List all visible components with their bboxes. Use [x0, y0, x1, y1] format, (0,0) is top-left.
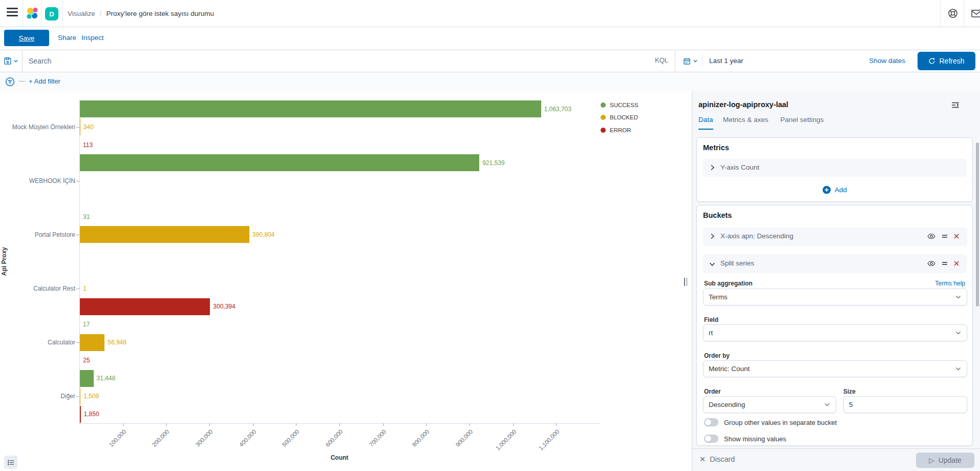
show-missing-label: Show missing values — [724, 435, 786, 443]
drag-handle-icon[interactable] — [941, 232, 949, 240]
plus-circle-icon — [822, 186, 831, 194]
filter-icon[interactable] — [5, 77, 15, 87]
bucket-xaxis-label: X-axis apn: Descending — [720, 232, 794, 240]
y-tick-mark — [76, 342, 79, 343]
collapse-panel-icon[interactable] — [951, 100, 960, 110]
share-button[interactable]: Share — [58, 34, 76, 42]
chevron-down-icon — [824, 401, 830, 408]
legend-toggle-button[interactable] — [4, 456, 17, 469]
tab-data[interactable]: Data — [698, 116, 713, 130]
space-avatar[interactable]: D — [45, 7, 58, 21]
query-bar: KQL Last 1 year Show dates Refresh — [0, 50, 980, 72]
inspect-button[interactable]: Inspect — [81, 34, 104, 42]
bar-value-label: 1,850 — [84, 411, 99, 418]
bar-segment[interactable] — [80, 118, 80, 135]
bar-value-label: 31 — [83, 213, 90, 220]
chevron-down-icon — [693, 58, 698, 64]
date-picker: Last 1 year Show dates — [675, 50, 911, 72]
breadcrumb-visualize-link[interactable]: Visualize — [68, 10, 95, 17]
bucket-split-series-row[interactable]: Split series — [703, 254, 967, 273]
sub-aggregation-select[interactable]: Terms — [703, 289, 967, 305]
order-by-select[interactable]: Metric: Count — [703, 360, 967, 377]
group-other-toggle[interactable]: Group other values in separate bucket — [704, 418, 837, 426]
sub-aggregation-value: Terms — [709, 293, 955, 301]
drag-handle-icon[interactable] — [941, 259, 949, 268]
legend-item[interactable]: ERROR — [601, 126, 638, 134]
elastic-logo-icon[interactable] — [26, 7, 39, 20]
tab-metrics-axes[interactable]: Metrics & axes — [723, 116, 769, 129]
remove-icon[interactable] — [952, 232, 961, 240]
bar-value-label: 17 — [83, 321, 90, 328]
save-button[interactable]: Save — [4, 30, 49, 46]
bar-value-label: 56,948 — [108, 339, 126, 346]
panel-resize-handle[interactable] — [684, 278, 688, 286]
category-label: Diğer — [4, 393, 75, 400]
bar-segment[interactable] — [80, 406, 81, 423]
bucket-xaxis-row[interactable]: X-axis apn: Descending — [703, 227, 967, 246]
save-query-icon — [4, 57, 12, 65]
bucket-split-series-label: Split series — [720, 259, 754, 267]
metric-yaxis-row[interactable]: Y-axis Count — [703, 159, 967, 177]
chart-legend: SUCCESSBLOCKEDERROR — [601, 100, 638, 138]
y-tick-mark — [76, 396, 79, 397]
bar-value-label: 390,804 — [252, 231, 274, 238]
bar-segment[interactable] — [80, 334, 104, 351]
search-input[interactable] — [29, 53, 648, 69]
y-tick-mark — [76, 181, 79, 181]
toggle-switch-off — [704, 435, 718, 443]
bar-segment[interactable] — [80, 226, 249, 243]
order-label: Order — [704, 388, 721, 395]
sidebar-scrollbar[interactable] — [976, 142, 979, 306]
show-dates-button[interactable]: Show dates — [869, 57, 905, 65]
bar-value-label: 921,539 — [482, 159, 504, 167]
x-tick-label: 900,000 — [439, 428, 474, 463]
size-input[interactable] — [843, 396, 967, 413]
order-select[interactable]: Descending — [703, 396, 836, 413]
metric-yaxis-label: Y-axis Count — [720, 163, 759, 171]
bar-segment[interactable] — [80, 370, 94, 387]
refresh-button[interactable]: Refresh — [918, 52, 975, 70]
bar-segment[interactable] — [80, 388, 80, 405]
menu-icon[interactable] — [7, 8, 18, 19]
sub-aggregation-label: Sub aggregation — [704, 280, 753, 287]
time-range-value[interactable]: Last 1 year — [709, 57, 743, 65]
eye-icon[interactable] — [927, 232, 935, 240]
saved-query-menu-button[interactable] — [0, 50, 23, 72]
kql-language-button[interactable]: KQL — [655, 56, 668, 64]
eye-icon[interactable] — [927, 259, 935, 268]
update-button[interactable]: ▷ Update — [916, 453, 974, 468]
chevron-down-icon — [955, 294, 962, 300]
show-missing-toggle[interactable]: Show missing values — [704, 435, 786, 443]
order-by-label: Order by — [704, 352, 730, 359]
mail-icon[interactable] — [971, 8, 980, 19]
add-filter-button[interactable]: + Add filter — [29, 77, 60, 85]
refresh-icon — [928, 57, 935, 65]
group-other-label: Group other values in separate bucket — [724, 419, 837, 426]
help-icon[interactable] — [947, 8, 958, 19]
breadcrumb-separator: / — [100, 10, 102, 17]
chevron-right-icon — [708, 232, 716, 240]
add-metric-button[interactable]: Add — [697, 182, 972, 197]
x-tick-mark — [556, 423, 557, 426]
terms-help-link[interactable]: Terms help — [935, 280, 965, 287]
field-select[interactable]: rt — [703, 324, 967, 341]
discard-button[interactable]: ✕ Discard — [699, 455, 735, 463]
bar-value-label: 340 — [83, 124, 94, 131]
index-pattern-title: apinizer-log-apiproxy-laal — [698, 100, 789, 109]
x-tick-label: 800,000 — [396, 428, 431, 463]
bar-value-label: 25 — [83, 357, 90, 364]
x-tick-label: 500,000 — [266, 428, 301, 463]
legend-dot — [601, 128, 606, 133]
tab-panel-settings[interactable]: Panel settings — [780, 116, 824, 129]
bar-segment[interactable] — [80, 298, 210, 315]
bar-value-label: 300,394 — [213, 303, 235, 310]
date-quick-select-button[interactable] — [679, 54, 702, 68]
bar-segment[interactable] — [80, 100, 541, 117]
vis-editor-sidebar: apinizer-log-apiproxy-laal Data Metrics … — [692, 91, 980, 471]
bar-segment[interactable] — [80, 154, 479, 171]
x-tick-mark — [426, 423, 427, 426]
legend-item[interactable]: BLOCKED — [601, 113, 638, 122]
remove-icon[interactable] — [952, 259, 961, 268]
calendar-icon — [683, 57, 691, 65]
legend-item[interactable]: SUCCESS — [601, 100, 638, 109]
